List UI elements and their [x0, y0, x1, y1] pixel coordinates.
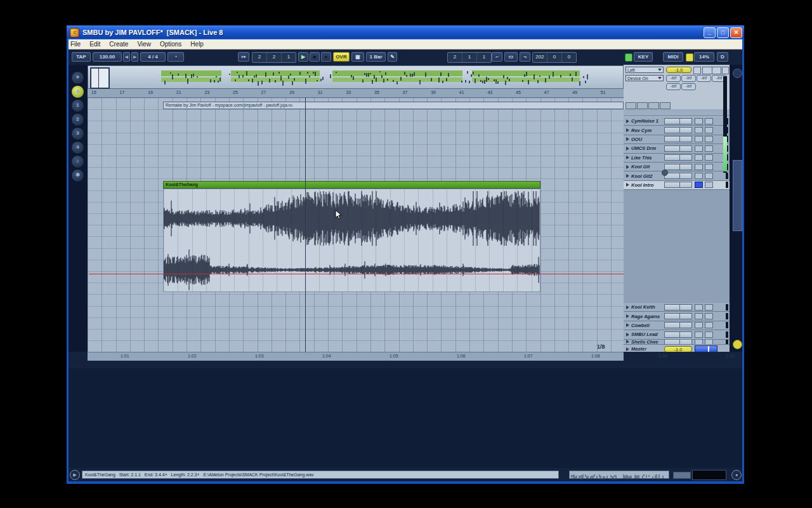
track-activator-button[interactable] — [695, 118, 703, 124]
loop-length-cell-2[interactable]: 0 — [562, 53, 576, 62]
send-knob-4[interactable]: -inf — [666, 83, 681, 90]
track-name[interactable]: Shells Chee — [631, 340, 664, 345]
midi-map-button[interactable]: MIDI — [663, 52, 683, 62]
bar-ruler[interactable]: 15171921232527293133353739414345474951 — [88, 89, 624, 98]
track-solo-button[interactable] — [705, 331, 713, 338]
menu-item-help[interactable]: Help — [190, 41, 204, 48]
arrangement-overview[interactable] — [88, 65, 624, 89]
track-volume-slider[interactable] — [664, 164, 692, 170]
track-row[interactable]: Kool Intro — [624, 181, 730, 190]
selected-vol-mini[interactable] — [693, 67, 701, 74]
selected-pan-mini[interactable] — [722, 67, 729, 74]
track-play-icon[interactable] — [626, 333, 629, 337]
track-row[interactable]: Rage Agains — [624, 312, 730, 321]
selected-volume-pill[interactable]: -1.0 — [666, 67, 691, 73]
time-signature-field[interactable]: 4 / 4 — [140, 52, 166, 62]
track-volume-slider[interactable] — [664, 145, 692, 152]
track-name[interactable]: UMCS Drm — [631, 145, 664, 151]
freeze-circle-icon[interactable] — [662, 170, 668, 176]
browser-tab-6-icon[interactable]: 4 — [71, 141, 84, 154]
record-button[interactable]: ● — [321, 52, 331, 62]
track-name[interactable]: Kool Git — [631, 164, 664, 170]
status-right-icon[interactable]: ● — [731, 470, 742, 480]
track-volume-slider[interactable] — [664, 173, 692, 179]
mixer-header-button-2[interactable] — [648, 102, 659, 109]
track-volume-slider[interactable] — [664, 322, 692, 328]
track-name[interactable]: Cowbell — [631, 323, 664, 328]
track-name[interactable]: Kool Git2 — [631, 173, 664, 179]
arrangement-position[interactable]: 221 — [252, 52, 296, 63]
audio-clip[interactable]: Kool&TheGang — [163, 181, 540, 292]
maximize-button[interactable]: □ — [717, 27, 729, 38]
track-solo-button[interactable] — [705, 173, 713, 179]
mixer-header-button-3[interactable] — [660, 102, 671, 109]
track-activator-button[interactable] — [695, 304, 703, 311]
track-play-icon[interactable] — [626, 119, 629, 123]
minimize-button[interactable]: _ — [704, 27, 716, 38]
track-row[interactable]: UMCS Drm — [624, 144, 730, 153]
master-volume-pill[interactable]: -1.0 — [664, 346, 692, 352]
loop-length-cell-0[interactable]: 202 — [533, 53, 547, 62]
track-row[interactable]: Cowbell — [624, 321, 730, 330]
selected-pan-slider[interactable] — [702, 67, 721, 74]
nudge-down-button[interactable]: ◃ — [123, 52, 130, 62]
menu-item-create[interactable]: Create — [109, 41, 128, 48]
menu-item-file[interactable]: File — [70, 41, 81, 48]
close-button[interactable]: ✕ — [730, 27, 742, 38]
track-play-icon[interactable] — [626, 183, 629, 187]
track-activator-button[interactable] — [695, 127, 703, 133]
quantize-menu[interactable]: 1 Bar — [366, 52, 386, 62]
clip-waveform-region[interactable] — [163, 189, 540, 292]
track-solo-button[interactable] — [705, 136, 713, 142]
track-solo-button[interactable] — [705, 145, 713, 152]
track-solo-button[interactable] — [705, 304, 713, 311]
key-map-button[interactable]: KEY — [634, 52, 653, 62]
track-solo-button[interactable] — [705, 127, 713, 133]
draw-grid-button[interactable]: ▦ — [351, 52, 364, 62]
master-pan-slider[interactable] — [695, 345, 717, 352]
track-solo-button[interactable] — [705, 322, 713, 328]
track-row[interactable]: Like This — [624, 154, 730, 163]
track-solo-button[interactable] — [705, 164, 713, 170]
position-cell-2[interactable]: 1 — [282, 53, 296, 62]
track-name[interactable]: Rev Cym — [631, 128, 664, 133]
metronome-toggle[interactable]: ◔ — [167, 52, 184, 62]
track-volume-slider[interactable] — [664, 136, 692, 142]
send-knob-0[interactable]: -inf — [666, 75, 681, 82]
track-solo-button[interactable] — [705, 118, 713, 124]
title-bar[interactable]: c SMBU by JIM PAVLOFF* [SMACK] - Live 8 … — [67, 25, 744, 39]
track-row[interactable]: Rev Cym — [624, 126, 730, 135]
stop-button[interactable]: ■ — [310, 52, 320, 62]
send-knob-1[interactable]: -inf — [681, 75, 696, 82]
scroll-top-button[interactable] — [733, 69, 742, 78]
loop-start-field[interactable]: 211 — [447, 52, 492, 63]
track-name[interactable]: OOU — [631, 137, 664, 142]
track-solo-button[interactable] — [705, 313, 713, 319]
status-mini-overview[interactable] — [569, 471, 669, 479]
punch-out-button[interactable]: ¬ — [520, 52, 530, 62]
device-routing-chooser[interactable]: Device On — [625, 75, 664, 81]
track-row[interactable]: Shells Chee — [624, 340, 730, 345]
track-play-icon[interactable] — [626, 128, 629, 132]
draw-mode-button[interactable]: ✎ — [388, 52, 397, 62]
track-volume-slider[interactable] — [664, 154, 692, 161]
nudge-up-button[interactable]: ▹ — [131, 52, 138, 62]
track-play-icon[interactable] — [626, 174, 629, 178]
track-activator-button[interactable] — [695, 136, 703, 142]
track-play-icon[interactable] — [626, 323, 629, 327]
mixer-header-button-0[interactable] — [625, 102, 636, 109]
menu-item-view[interactable]: View — [137, 41, 151, 48]
arrangement-canvas[interactable]: Remake by Jim Pavloff - myspace.com/jimp… — [88, 98, 624, 352]
track-activator-button[interactable] — [695, 173, 703, 179]
browser-tab-2-icon[interactable]: ◆ — [71, 85, 84, 98]
tempo-field[interactable]: 130.00 — [93, 52, 122, 62]
overview-view-frame[interactable] — [90, 67, 110, 89]
track-row[interactable]: Kool Git — [624, 163, 730, 171]
master-play-icon[interactable] — [626, 347, 629, 351]
position-cell-0[interactable]: 2 — [252, 53, 267, 62]
track-row[interactable]: OOU — [624, 135, 730, 144]
track-name[interactable]: Kool Keith — [631, 304, 664, 310]
scrollbar-handle[interactable] — [733, 160, 742, 231]
punch-in-button[interactable]: ⌐ — [492, 52, 502, 62]
track-play-icon[interactable] — [626, 305, 629, 309]
